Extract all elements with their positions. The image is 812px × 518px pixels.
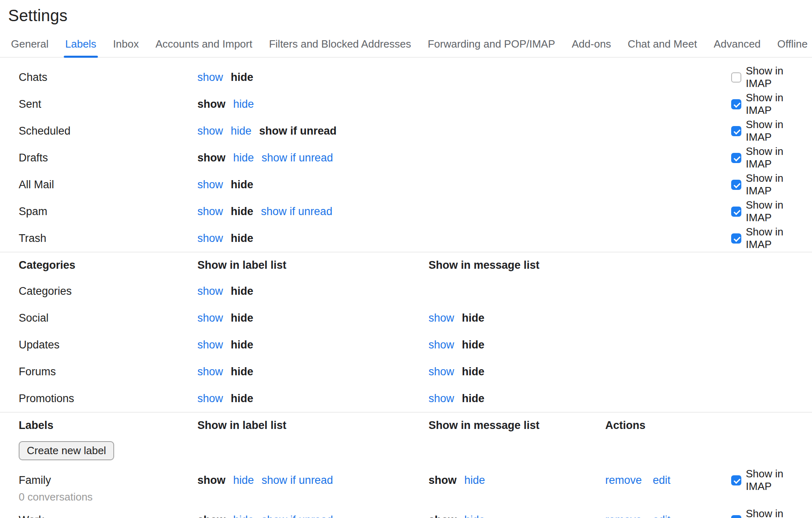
option-show[interactable]: show bbox=[197, 71, 223, 84]
option-show[interactable]: show bbox=[197, 339, 223, 351]
section-title-cell: Labels bbox=[19, 419, 197, 432]
category-row: Updatesshowhideshowhide bbox=[0, 331, 812, 358]
system-label-row: Draftsshowhideshow if unreadShow in IMAP bbox=[0, 144, 812, 171]
imap-checkbox[interactable] bbox=[731, 515, 741, 518]
system-label-row: SentshowhideShow in IMAP bbox=[0, 91, 812, 118]
option-hide: hide bbox=[462, 366, 485, 378]
imap-checkbox[interactable] bbox=[731, 153, 741, 163]
option-show[interactable]: show bbox=[429, 339, 454, 351]
options-cell: showhide bbox=[429, 392, 605, 405]
tab-forwarding-and-pop-imap[interactable]: Forwarding and POP/IMAP bbox=[428, 38, 555, 50]
edit-link[interactable]: edit bbox=[653, 514, 671, 518]
option-hide: hide bbox=[231, 232, 253, 245]
option-show[interactable]: show bbox=[197, 312, 223, 324]
tab-chat-and-meet[interactable]: Chat and Meet bbox=[628, 38, 697, 50]
option-show[interactable]: show bbox=[197, 205, 223, 218]
label-name-cell: Social bbox=[19, 312, 197, 324]
imap-checkbox[interactable] bbox=[731, 180, 741, 190]
actions-cell: removeedit bbox=[605, 514, 731, 518]
tab-labels[interactable]: Labels bbox=[65, 38, 97, 50]
page-title: Settings bbox=[8, 7, 812, 25]
options-cell: showhideshow if unread bbox=[197, 514, 429, 518]
tab-advanced[interactable]: Advanced bbox=[714, 38, 761, 50]
option-hide[interactable]: hide bbox=[231, 125, 251, 137]
imap-cell: Show in IMAP bbox=[731, 226, 812, 251]
options-cell: showhide bbox=[429, 514, 605, 518]
tab-inbox[interactable]: Inbox bbox=[113, 38, 139, 50]
option-show[interactable]: show bbox=[429, 392, 454, 405]
imap-cell: Show in IMAP bbox=[731, 65, 812, 90]
option-hide: hide bbox=[231, 178, 253, 191]
imap-cell: Show in IMAP bbox=[731, 468, 812, 493]
label-name: Sent bbox=[19, 98, 41, 111]
option-show-if-unread[interactable]: show if unread bbox=[262, 474, 333, 487]
option-show[interactable]: show bbox=[197, 232, 223, 245]
option-hide[interactable]: hide bbox=[464, 474, 485, 487]
imap-label: Show in IMAP bbox=[746, 507, 812, 518]
options-cell: showhide bbox=[429, 366, 605, 378]
create-new-label-button[interactable]: Create new label bbox=[19, 441, 114, 460]
column-header-message-list: Show in message list bbox=[429, 259, 605, 272]
option-show[interactable]: show bbox=[197, 178, 223, 191]
section-title: Labels bbox=[19, 419, 54, 432]
label-name: Forums bbox=[19, 366, 56, 378]
option-hide[interactable]: hide bbox=[233, 152, 254, 164]
labels-section: LabelsShow in label listShow in message … bbox=[0, 413, 812, 518]
system-label-row: ChatsshowhideShow in IMAP bbox=[0, 64, 812, 91]
system-label-row: All MailshowhideShow in IMAP bbox=[0, 171, 812, 198]
options-cell: showhide bbox=[429, 312, 605, 324]
option-hide[interactable]: hide bbox=[233, 474, 254, 487]
options-cell: showhide bbox=[197, 339, 429, 351]
label-name-cell: Spam bbox=[19, 205, 197, 218]
imap-checkbox[interactable] bbox=[731, 475, 741, 485]
label-name-cell: Scheduled bbox=[19, 125, 197, 137]
option-hide: hide bbox=[462, 392, 485, 405]
option-hide[interactable]: hide bbox=[233, 98, 254, 111]
tab-filters-and-blocked-addresses[interactable]: Filters and Blocked Addresses bbox=[269, 38, 411, 50]
imap-label: Show in IMAP bbox=[746, 145, 812, 170]
option-show-if-unread[interactable]: show if unread bbox=[261, 205, 333, 218]
remove-link[interactable]: remove bbox=[605, 474, 642, 487]
option-show[interactable]: show bbox=[197, 366, 223, 378]
user-label-row: Familyshowhideshow if unreadshowhideremo… bbox=[0, 468, 812, 488]
actions-cell: removeedit bbox=[605, 474, 731, 487]
options-cell: showhideshow if unread bbox=[197, 205, 429, 218]
label-name-cell: Sent bbox=[19, 98, 197, 111]
option-show-if-unread[interactable]: show if unread bbox=[262, 514, 333, 518]
remove-link[interactable]: remove bbox=[605, 514, 642, 518]
imap-checkbox[interactable] bbox=[731, 207, 741, 217]
option-show[interactable]: show bbox=[429, 312, 454, 324]
edit-link[interactable]: edit bbox=[653, 474, 671, 487]
label-name: Drafts bbox=[19, 152, 48, 164]
option-show: show bbox=[197, 514, 225, 518]
conversation-count: 0 conversations bbox=[0, 488, 812, 506]
imap-checkbox[interactable] bbox=[731, 233, 741, 244]
tab-add-ons[interactable]: Add-ons bbox=[572, 38, 611, 50]
imap-cell: Show in IMAP bbox=[731, 172, 812, 197]
label-name: Family bbox=[19, 474, 51, 487]
option-hide[interactable]: hide bbox=[233, 514, 254, 518]
tab-accounts-and-import[interactable]: Accounts and Import bbox=[156, 38, 252, 50]
tab-general[interactable]: General bbox=[11, 38, 49, 50]
option-show-if-unread[interactable]: show if unread bbox=[262, 152, 333, 164]
label-name: Work bbox=[19, 514, 44, 518]
options-cell: showhide bbox=[429, 474, 605, 487]
option-show: show bbox=[429, 514, 457, 518]
option-show[interactable]: show bbox=[197, 392, 223, 405]
categories-header-row: CategoriesShow in label listShow in mess… bbox=[0, 252, 812, 278]
option-show: show bbox=[197, 98, 225, 111]
tab-offline[interactable]: Offline bbox=[777, 38, 808, 50]
imap-checkbox[interactable] bbox=[731, 99, 741, 109]
imap-checkbox[interactable] bbox=[731, 72, 741, 83]
option-show[interactable]: show bbox=[197, 125, 223, 137]
option-show[interactable]: show bbox=[429, 366, 454, 378]
label-name: Chats bbox=[19, 71, 48, 84]
imap-checkbox[interactable] bbox=[731, 126, 741, 136]
option-hide[interactable]: hide bbox=[464, 514, 485, 518]
label-name: Updates bbox=[19, 339, 60, 351]
option-show[interactable]: show bbox=[197, 285, 223, 298]
imap-label: Show in IMAP bbox=[746, 65, 812, 90]
option-hide: hide bbox=[231, 285, 253, 298]
label-name-cell: Promotions bbox=[19, 392, 197, 405]
label-name: All Mail bbox=[19, 178, 54, 191]
